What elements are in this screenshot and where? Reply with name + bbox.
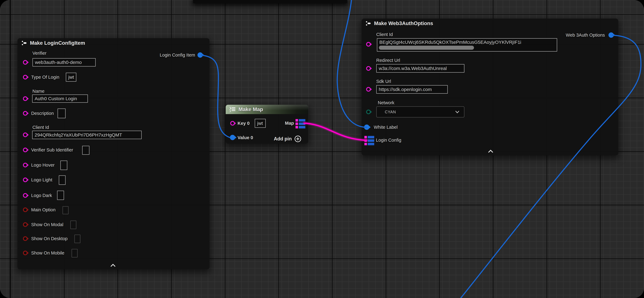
pin-label-network: Network xyxy=(378,100,394,106)
pin-main-option[interactable] xyxy=(23,208,28,212)
plus-circle-icon xyxy=(294,135,302,142)
add-pin-label: Add pin xyxy=(274,136,292,142)
network-dropdown[interactable]: CYAN xyxy=(376,106,464,118)
node-title: Make Map xyxy=(238,106,263,112)
add-pin-button[interactable]: Add pin xyxy=(274,135,302,142)
textbox-description[interactable] xyxy=(58,108,66,118)
textbox-logo-light[interactable] xyxy=(59,175,66,185)
checkbox-main-option[interactable] xyxy=(62,206,68,214)
pin-label-client-id: Client Id xyxy=(376,32,393,37)
pin-verifier-sub-identifier[interactable] xyxy=(23,148,28,152)
chevron-up-icon xyxy=(110,264,116,267)
pin-label-client-id: Client Id xyxy=(32,124,49,130)
node-header-loginconfigitem[interactable]: Make LoginConfigItem xyxy=(18,38,210,48)
pin-redirect-url[interactable] xyxy=(366,66,371,71)
collapse-node-button[interactable] xyxy=(486,148,496,154)
pin-show-on-mobile[interactable] xyxy=(23,250,28,255)
pin-label-show-on-mobile: Show On Mobile xyxy=(31,250,64,256)
pin-client-id[interactable] xyxy=(366,42,371,46)
node-header-make-map[interactable]: Make Map xyxy=(226,105,308,114)
textbox-client-id-value: BEglQSgt4cUWcj6SKRdu5QkOXTsePmMcusG5EAoy… xyxy=(379,40,521,45)
pin-client-id[interactable] xyxy=(23,132,28,137)
pin-label-verifier: Verifier xyxy=(32,50,46,56)
pin-login-config[interactable] xyxy=(364,136,374,145)
node-make-web3authoptions[interactable]: Make Web3AuthOptions Web 3Auth Options C… xyxy=(362,18,618,156)
pin-verifier[interactable] xyxy=(23,60,28,65)
node-title: Make LoginConfigItem xyxy=(30,40,85,46)
network-dropdown-value: CYAN xyxy=(385,110,396,114)
checkbox-show-on-desktop[interactable] xyxy=(74,234,80,243)
textbox-client-id[interactable]: 294QRkchfq2YaXUbPri7D6PH7xzHgQMT xyxy=(32,130,142,139)
textbox-redirect-url[interactable]: w3a://com.w3a.Web3AuthUnreal xyxy=(376,64,464,73)
pin-label-logo-dark: Logo Dark xyxy=(31,193,52,198)
pin-label-web3auth-options: Web 3Auth Options xyxy=(566,32,605,38)
pin-logo-hover[interactable] xyxy=(23,163,28,168)
node-header-web3authoptions[interactable]: Make Web3AuthOptions xyxy=(362,18,618,28)
pin-show-on-modal[interactable] xyxy=(23,222,28,227)
wire-map-to-login-config[interactable] xyxy=(304,123,366,140)
pin-label-key-0: Key 0 xyxy=(238,120,250,126)
node-title: Make Web3AuthOptions xyxy=(374,20,433,26)
textbox-verifier[interactable]: web3auth-auth0-demo xyxy=(32,58,96,66)
wire-map-to-login-config-glow xyxy=(304,123,366,140)
pin-label-sdk-url: Sdk Url xyxy=(376,78,391,84)
node-make-loginconfigitem[interactable]: Make LoginConfigItem Login Config Item V… xyxy=(18,38,210,269)
pin-login-config-item-output[interactable] xyxy=(198,52,203,58)
textbox-verifier-sub-identifier[interactable] xyxy=(82,146,90,155)
pin-white-label[interactable] xyxy=(364,124,370,130)
pin-sdk-url[interactable] xyxy=(366,87,371,92)
pin-label-login-config: Login Config xyxy=(376,137,401,143)
textbox-logo-dark[interactable] xyxy=(57,190,64,200)
textbox-client-id[interactable]: BEglQSgt4cUWcj6SKRdu5QkOXTsePmMcusG5EAoy… xyxy=(377,38,557,52)
collapse-node-button[interactable] xyxy=(108,262,118,268)
chevron-up-icon xyxy=(487,150,494,153)
pin-web3auth-options-output[interactable] xyxy=(608,32,614,38)
pin-label-type-of-login: Type Of Login xyxy=(31,74,60,80)
pin-label-login-config-item: Login Config Item xyxy=(160,52,195,58)
make-struct-icon xyxy=(365,20,372,26)
pin-label-white-label: White Label xyxy=(374,124,398,130)
pin-label-name: Name xyxy=(32,88,44,94)
pin-name[interactable] xyxy=(23,96,28,101)
pin-label-main-option: Main Option xyxy=(31,207,56,212)
pin-label-logo-light: Logo Light xyxy=(31,177,52,183)
blueprint-canvas[interactable]: Make LoginConfigItem Login Config Item V… xyxy=(0,0,644,298)
pin-label-redirect-url: Redirect Url xyxy=(376,58,400,63)
pin-label-show-on-modal: Show On Modal xyxy=(31,222,63,228)
textbox-key-0[interactable]: jwt xyxy=(255,119,266,128)
pin-type-of-login[interactable] xyxy=(23,75,28,80)
node-make-map[interactable]: Make Map Key 0 jwt Map Value 0 Add pin xyxy=(226,105,308,144)
textbox-sdk-url[interactable]: https://sdk.openlogin.com xyxy=(376,85,448,94)
checkbox-show-on-mobile[interactable] xyxy=(72,249,78,258)
pin-logo-light[interactable] xyxy=(23,178,28,182)
pin-logo-dark[interactable] xyxy=(23,193,28,198)
make-struct-icon xyxy=(20,40,28,46)
pin-network[interactable] xyxy=(366,110,371,114)
pin-label-verifier-sub-identifier: Verifier Sub Identifier xyxy=(31,147,73,153)
textbox-horizontal-scrollbar[interactable] xyxy=(379,46,474,50)
pin-map-output[interactable] xyxy=(296,119,305,128)
chevron-down-icon xyxy=(455,110,460,114)
checkbox-show-on-modal[interactable] xyxy=(70,220,76,229)
pin-label-map: Map xyxy=(285,120,294,126)
textbox-name[interactable]: Auth0 Custom Login xyxy=(32,94,88,103)
textbox-type-of-login[interactable]: jwt xyxy=(66,73,76,82)
textbox-logo-hover[interactable] xyxy=(60,160,67,170)
pin-label-logo-hover: Logo Hover xyxy=(31,162,54,168)
make-map-icon xyxy=(229,106,236,112)
pin-label-value-0: Value 0 xyxy=(238,135,253,140)
offscreen-node-edge[interactable] xyxy=(193,0,347,4)
pin-value-0[interactable] xyxy=(230,135,235,140)
pin-label-description: Description xyxy=(31,110,54,116)
pin-description[interactable] xyxy=(23,111,28,116)
pin-show-on-desktop[interactable] xyxy=(23,236,28,241)
pin-key-0[interactable] xyxy=(230,121,235,126)
pin-label-show-on-desktop: Show On Desktop xyxy=(31,236,68,242)
